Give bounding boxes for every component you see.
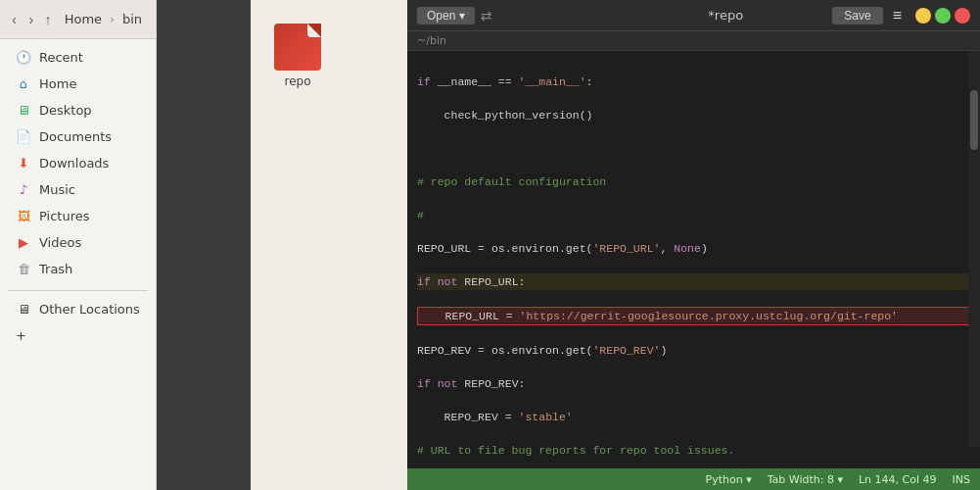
- sidebar-label-trash: Trash: [39, 262, 72, 276]
- code-line-1: if __name__ == '__main__':: [417, 74, 970, 90]
- code-area[interactable]: if __name__ == '__main__': check_python_…: [407, 51, 980, 468]
- sidebar-nav: 🕐 Recent ⌂ Home 🖥 Desktop 📄 Documents ⬇ …: [0, 39, 156, 286]
- sidebar-label-downloads: Downloads: [39, 156, 109, 171]
- editor-title-right: Save ≡: [832, 7, 970, 24]
- code-line-3: [417, 140, 970, 157]
- sidebar-divider: [8, 290, 148, 291]
- forward-button[interactable]: ›: [24, 8, 37, 31]
- sidebar-label-pictures: Pictures: [39, 209, 89, 223]
- sidebar-item-videos[interactable]: ▶ Videos: [4, 229, 152, 255]
- sidebar-item-home[interactable]: ⌂ Home: [4, 71, 152, 96]
- music-icon: ♪: [16, 181, 31, 197]
- editor-title-left: Open ▾ ⇄: [417, 7, 619, 24]
- file-item-repo[interactable]: repo: [266, 16, 329, 96]
- other-locations-icon: 🖥: [16, 301, 31, 317]
- editor-titlebar: Open ▾ ⇄ *repo Save ≡: [407, 0, 980, 31]
- code-editor: Open ▾ ⇄ *repo Save ≡ ~/bin if __name__ …: [407, 0, 980, 490]
- status-language[interactable]: Python ▾: [706, 473, 752, 486]
- maximize-button[interactable]: [935, 8, 951, 24]
- code-line-10: if not REPO_REV:: [417, 375, 970, 392]
- add-icon: +: [16, 328, 26, 343]
- documents-icon: 📄: [16, 128, 31, 144]
- editor-path-label: ~/bin: [417, 34, 446, 47]
- editor-filename: *repo: [708, 8, 743, 23]
- sidebar-label-documents: Documents: [39, 129, 112, 144]
- editor-pathbar: ~/bin: [407, 31, 980, 51]
- editor-scrollbar[interactable]: [968, 51, 980, 447]
- status-encoding: INS: [953, 473, 970, 486]
- close-button[interactable]: [955, 8, 970, 24]
- desktop-icon: 🖥: [16, 102, 31, 118]
- sidebar-item-downloads[interactable]: ⬇ Downloads: [4, 150, 152, 175]
- file-icon-repo: [274, 24, 321, 71]
- file-content-area: repo: [251, 0, 407, 490]
- sidebar-item-recent[interactable]: 🕐 Recent: [4, 44, 152, 70]
- open-button[interactable]: Open ▾: [417, 7, 475, 24]
- recent-icon: 🕐: [16, 49, 31, 65]
- breadcrumb-bin[interactable]: bin: [117, 10, 148, 28]
- save-button[interactable]: Save: [832, 7, 882, 24]
- code-line-5: #: [417, 207, 970, 223]
- sidebar-label-music: Music: [39, 182, 75, 197]
- breadcrumb-home[interactable]: Home: [59, 10, 108, 28]
- sidebar-item-desktop[interactable]: 🖥 Desktop: [4, 97, 152, 122]
- breadcrumb-separator: ›: [110, 13, 115, 26]
- code-line-4: # repo default configuration: [417, 173, 970, 190]
- sidebar-label-other-locations: Other Locations: [39, 302, 140, 317]
- code-content: if __name__ == '__main__': check_python_…: [407, 51, 980, 468]
- code-line-2: check_python_version(): [417, 107, 970, 123]
- code-line-12: # URL to file bug reports for repo tool …: [417, 442, 970, 459]
- scrollbar-thumb[interactable]: [970, 90, 978, 150]
- sidebar-item-pictures[interactable]: 🖼 Pictures: [4, 203, 152, 228]
- add-bookmark-button[interactable]: +: [4, 323, 152, 348]
- sidebar-label-desktop: Desktop: [39, 103, 92, 118]
- back-button[interactable]: ‹: [8, 8, 21, 31]
- sync-icon: ⇄: [481, 8, 492, 24]
- code-line-6: REPO_URL = os.environ.get('REPO_URL', No…: [417, 240, 970, 257]
- sidebar: ‹ › ↑ Home › bin 🕐 Recent ⌂ Home 🖥 Deskt…: [0, 0, 157, 490]
- pictures-icon: 🖼: [16, 208, 31, 223]
- sidebar-item-music[interactable]: ♪ Music: [4, 176, 152, 202]
- fm-nav-header: ‹ › ↑ Home › bin: [0, 0, 156, 39]
- minimize-button[interactable]: [915, 8, 931, 24]
- home-icon: ⌂: [16, 75, 31, 91]
- breadcrumb: Home › bin: [59, 10, 148, 28]
- sidebar-item-other-locations[interactable]: 🖥 Other Locations: [4, 296, 152, 321]
- file-manager-section: ‹ › ↑ Home › bin 🕐 Recent ⌂ Home 🖥 Deskt…: [0, 0, 251, 490]
- downloads-icon: ⬇: [16, 155, 31, 171]
- code-line-9: REPO_REV = os.environ.get('REPO_REV'): [417, 342, 970, 359]
- code-line-11: REPO_REV = 'stable': [417, 409, 970, 425]
- hamburger-menu-button[interactable]: ≡: [889, 7, 906, 24]
- videos-icon: ▶: [16, 234, 31, 250]
- editor-title: *repo: [625, 8, 826, 23]
- editor-statusbar: Python ▾ Tab Width: 8 ▾ Ln 144, Col 49 I…: [407, 468, 980, 490]
- trash-icon: 🗑: [16, 261, 31, 276]
- file-name-label: repo: [284, 74, 310, 88]
- code-line-8: REPO_URL = 'https://gerrit-googlesource.…: [417, 307, 970, 325]
- sidebar-label-videos: Videos: [39, 235, 81, 250]
- window-controls: [915, 8, 970, 24]
- sidebar-item-documents[interactable]: 📄 Documents: [4, 123, 152, 149]
- sidebar-label-home: Home: [39, 76, 76, 91]
- sidebar-item-trash[interactable]: 🗑 Trash: [4, 256, 152, 281]
- up-button[interactable]: ↑: [41, 8, 54, 31]
- sidebar-label-recent: Recent: [39, 50, 83, 65]
- status-position: Ln 144, Col 49: [859, 473, 937, 486]
- status-tab-width[interactable]: Tab Width: 8 ▾: [768, 473, 843, 486]
- code-line-7: if not REPO_URL:: [417, 273, 970, 290]
